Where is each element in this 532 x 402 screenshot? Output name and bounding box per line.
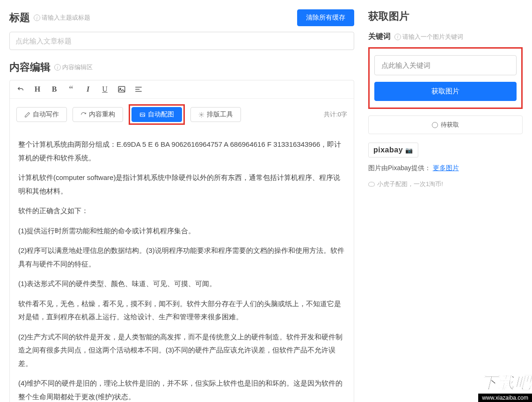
paragraph: (1)提供运行时所需功能和性能的命令或计算机程序集合。 [18, 224, 345, 238]
auto-image-highlight: 自动配图 [129, 104, 185, 125]
article-title-input[interactable] [9, 32, 354, 50]
heading-icon[interactable]: H [33, 85, 42, 93]
image-panel-title: 获取图片 [368, 9, 409, 23]
auto-image-button[interactable]: 自动配图 [131, 107, 182, 122]
pending-button[interactable]: 待获取 [368, 115, 523, 134]
cloud-icon [368, 182, 375, 187]
clear-cache-button[interactable]: 清除所有缓存 [297, 9, 354, 26]
fetch-image-button[interactable]: 获取图片 [374, 82, 517, 101]
formatting-toolbar: H B “ I U [10, 80, 354, 99]
keyword-hint: i 请输入一个图片关键词 [394, 33, 463, 41]
taobi-note: 小虎子配图，一次1淘币! [368, 180, 523, 188]
info-icon: i [54, 64, 61, 71]
align-left-icon[interactable] [134, 85, 143, 93]
keyword-input[interactable] [374, 55, 517, 75]
image-icon[interactable] [117, 85, 126, 93]
info-icon: i [34, 14, 40, 21]
char-counter: 共计:0字 [324, 110, 347, 119]
quote-icon[interactable]: “ [67, 85, 75, 93]
more-images-link[interactable]: 更多图片 [433, 164, 459, 172]
title-hint: i 请输入主题或标题 [34, 14, 90, 22]
provider-text: 图片由Pixabay提供： 更多图片 [368, 164, 523, 172]
title-label: 标题 [9, 11, 30, 25]
keyword-label: 关键词 [368, 32, 391, 42]
info-icon: i [394, 34, 401, 40]
undo-icon[interactable] [16, 85, 25, 93]
paragraph: 软件的正确含义如下： [18, 204, 345, 218]
paragraph: (2)程序可以满意地处理信息的数据结构。(3)说明程序功能要求和程序需要的文档的… [18, 244, 345, 271]
underline-icon[interactable]: U [101, 85, 109, 93]
paragraph: (1)表达形式不同的硬件类型、颜色、味道、可见、可摸、可闻。 [18, 277, 345, 291]
bold-icon[interactable]: B [50, 85, 58, 93]
paragraph: 计算机软件(computer software)是指计算机系统中除硬件以外的所有… [18, 171, 345, 198]
editor-label: 内容编辑 [9, 60, 51, 74]
editor-hint: i 内容编辑区 [54, 63, 93, 72]
italic-icon[interactable]: I [84, 85, 92, 93]
keyword-highlight: 获取图片 [368, 47, 523, 109]
title-header: 标题 i 请输入主题或标题 清除所有缓存 [9, 9, 354, 26]
pixabay-logo: pixabay 📷 [368, 143, 418, 158]
editor-content[interactable]: 整个计算机系统由两部分组成：E.69DA 5 E 6 BA 9062616964… [10, 130, 354, 402]
auto-write-button[interactable]: 自动写作 [16, 107, 67, 122]
circle-icon [432, 122, 438, 128]
watermark: 下载吧 www.xiazaiba.com [478, 372, 532, 402]
paragraph: (2)生产方式不同的软件是开发，是人类智能的高发挥，而不是传统意义上的硬件制造。… [18, 330, 345, 371]
paragraph: 整个计算机系统由两部分组成：E.69DA 5 E 6 BA 9062616964… [18, 138, 345, 165]
svg-point-6 [201, 114, 202, 115]
paragraph: 软件看不见，无色，枯燥，看不见，摸不到，闻不到。软件大部分存在于人们的头脑或纸上… [18, 297, 345, 324]
content-restruct-button[interactable]: 内容重构 [73, 107, 123, 122]
camera-icon: 📷 [405, 147, 413, 154]
paragraph: (4)维护不同的硬件是旧的，理论上软件是旧的，并不坏，但实际上软件也是旧的和坏的… [18, 377, 345, 402]
layout-tool-button[interactable]: 排版工具 [190, 107, 241, 122]
action-toolbar: 自动写作 内容重构 自动配图 排版工具 [10, 99, 354, 130]
editor-container: H B “ I U 自动写作 内容重构 [9, 80, 354, 402]
